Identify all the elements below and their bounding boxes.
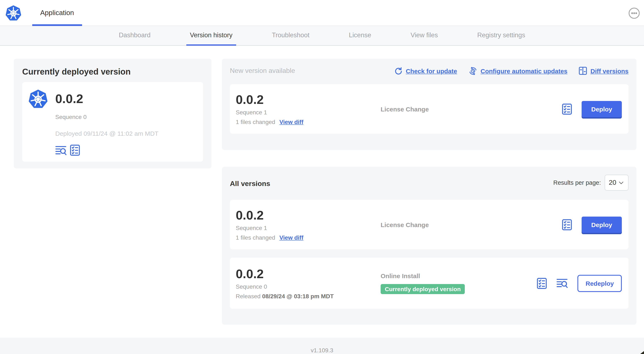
deployed-version-number: 0.0.2 [55,89,83,109]
files-changed-label: 1 files changed [236,118,275,125]
preflight-checks-button[interactable] [537,277,547,289]
admin-console-page: Application Dashboard Version history Tr… [0,0,644,354]
checklist-icon [562,103,572,115]
refresh-icon [394,67,402,75]
results-per-page-select[interactable]: 20 [605,175,628,191]
currently-deployed-panel: Currently deployed version [14,59,212,168]
version-row-sequence-1: 0.0.2 Sequence 1 1 files changed View di… [230,200,628,249]
check-for-update-link[interactable]: Check for update [394,67,457,75]
view-logs-button[interactable] [557,278,568,289]
overflow-menu-button[interactable] [628,8,640,19]
version-row-sequence-0: 0.0.2 Sequence 0 Released 08/29/24 @ 03:… [230,258,628,309]
chevron-down-icon [619,181,624,184]
configure-automatic-updates-link[interactable]: Configure automatic updates [468,67,567,75]
kubernetes-logo-icon [6,5,21,21]
checklist-icon [537,277,547,289]
tab-view-files[interactable]: View files [407,26,442,46]
view-diff-link[interactable]: View diff [279,234,303,241]
ellipsis-icon [628,8,640,19]
currently-deployed-title: Currently deployed version [22,67,203,77]
app-tab-active-underline [32,24,82,26]
new-version-card: 0.0.2 Sequence 1 1 files changed View di… [230,84,628,134]
app-tab-application[interactable]: Application [32,0,82,26]
app-subnav: Dashboard Version history Troubleshoot L… [0,26,644,46]
version-released-timestamp: Released 08/29/24 @ 03:18 pm MDT [236,293,380,299]
preflight-checks-button[interactable] [562,219,572,230]
version-number: 0.0.2 [236,93,380,106]
deployed-sequence-label: Sequence 0 [55,114,197,120]
page-footer: v1.109.3 [0,338,644,354]
logs-magnifier-icon [557,278,568,289]
currently-deployed-card: 0.0.2 Sequence 0 Deployed 09/11/24 @ 11:… [22,82,203,162]
redeploy-button[interactable]: Redeploy [578,275,622,292]
view-logs-button[interactable] [55,145,66,156]
console-version-label: v1.109.3 [311,347,333,353]
version-sequence: Sequence 1 [236,109,380,115]
currently-deployed-badge: Currently deployed version [380,284,465,294]
all-versions-title: All versions [230,180,270,188]
tab-license[interactable]: License [345,26,375,46]
version-source-label: License Change [380,105,429,113]
tab-troubleshoot[interactable]: Troubleshoot [268,26,313,46]
files-changed-label: 1 files changed [236,234,275,241]
app-version-kubernetes-icon [28,89,48,109]
results-per-page-label: Results per page: [553,179,601,186]
diff-icon [579,67,587,75]
version-number: 0.0.2 [236,208,380,222]
diff-versions-link[interactable]: Diff versions [579,67,628,75]
checklist-icon [70,145,80,156]
new-version-panel: New version available Check for update [222,59,636,150]
view-diff-link[interactable]: View diff [279,118,303,125]
version-sequence: Sequence 0 [236,283,380,290]
preflight-checks-button[interactable] [562,103,572,115]
version-sequence: Sequence 1 [236,224,380,231]
auto-update-clock-icon [468,67,477,75]
version-number: 0.0.2 [236,267,380,280]
preflight-checks-button[interactable] [70,145,80,156]
version-source-label: Online Install [380,272,465,279]
screen-corner-artifact [640,351,644,354]
deployed-timestamp: Deployed 09/11/24 @ 11:02 am MDT [55,130,197,137]
tab-registry-settings[interactable]: Registry settings [473,26,529,46]
app-title: Application [40,9,74,17]
version-source-label: License Change [380,221,429,228]
checklist-icon [562,219,572,230]
logs-magnifier-icon [55,145,66,156]
main-content: Currently deployed version [0,46,644,325]
deploy-button[interactable]: Deploy [582,216,622,233]
all-versions-panel: All versions Results per page: 20 [222,167,636,325]
deploy-button[interactable]: Deploy [582,101,622,117]
app-header: Application [0,0,644,26]
tab-version-history[interactable]: Version history [186,26,236,46]
new-version-title: New version available [230,67,295,75]
tab-dashboard[interactable]: Dashboard [115,26,154,46]
